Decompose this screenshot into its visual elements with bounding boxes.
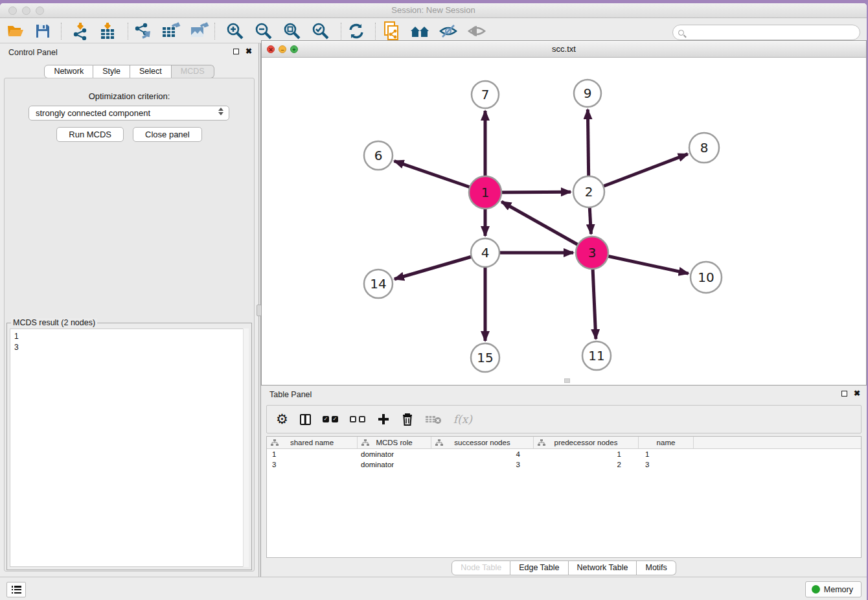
graph-node-label-14: 14 [370,276,386,292]
gear-icon[interactable]: ⚙ [276,411,288,428]
graph-node-label-15: 15 [477,350,493,365]
column-header-predecessor-nodes[interactable]: predecessor nodes [534,437,639,448]
select-all-icon[interactable]: ✓✓ [323,411,338,428]
import-network-icon[interactable] [69,21,92,41]
memory-label: Memory [824,585,853,594]
export-network-icon[interactable] [131,21,155,41]
result-line: 1 [14,331,244,342]
memory-button[interactable]: Memory [805,581,862,597]
table-row[interactable]: 1 dominator 4 1 1 [267,449,861,459]
table-tabs: Node Table Edge Table Network Table Moti… [261,560,867,575]
optimization-criterion-value: strongly connected component [36,108,150,118]
column-header-name[interactable]: name [639,437,694,448]
network-window: ✕ – + scc.txt 7968124314101511 [261,40,867,386]
tab-style[interactable]: Style [93,65,130,78]
graph-node-label-8: 8 [700,140,709,156]
first-neighbors-icon[interactable] [408,21,431,41]
mcds-result-text[interactable]: 1 3 [10,329,249,567]
show-all-icon[interactable] [465,21,488,41]
function-builder-icon: f(x) [453,411,472,428]
zoom-in-icon[interactable] [223,21,247,41]
add-icon[interactable] [377,411,390,428]
zoom-out-icon[interactable] [252,21,275,41]
control-panel-tabs: Network Style Select MCDS [0,65,258,78]
zoom-fit-icon[interactable] [280,21,304,41]
node-table[interactable]: shared name MCDS role successor nodes pr… [266,436,862,558]
graph-node-label-4: 4 [481,245,490,260]
table-panel-title: Table Panel [269,390,312,399]
network-window-title: scc.txt [262,44,866,54]
tab-mcds[interactable]: MCDS [172,65,214,78]
save-icon[interactable] [31,21,54,41]
close-table-panel-icon[interactable]: ✖ [854,390,860,397]
delete-table-icon [425,411,442,428]
hide-selected-icon[interactable] [437,21,460,41]
search-input[interactable] [684,28,860,37]
tab-node-table[interactable]: Node Table [451,560,510,575]
table-row[interactable]: 3 dominator 3 2 3 [267,459,861,470]
float-table-panel-icon[interactable] [841,391,847,397]
list-icon [12,586,21,594]
optimization-criterion-label: Optimization criterion: [0,91,258,101]
graph-node-label-7: 7 [481,87,490,102]
search-field[interactable] [672,25,860,40]
canvas-scroll-handle[interactable] [564,378,570,383]
control-panel: Control Panel ✖ Network Style Select MCD… [0,43,259,577]
tab-network[interactable]: Network [44,65,93,78]
export-table-icon[interactable] [159,21,183,41]
table-toolbar: ⚙ ✓✓ f(x) [266,405,862,433]
column-header-mcds-role[interactable]: MCDS role [358,437,431,448]
close-panel-icon[interactable]: ✖ [246,48,252,54]
column-header-successor-nodes[interactable]: successor nodes [431,437,534,448]
split-columns-icon[interactable] [300,411,311,428]
graph-node-label-2: 2 [585,184,593,200]
export-image-icon[interactable] [188,21,211,41]
table-panel: Table Panel ✖ ⚙ ✓✓ f(x) [261,386,867,577]
result-line: 3 [14,342,244,353]
window-title: Session: New Session [0,5,867,15]
optimization-criterion-select[interactable]: strongly connected component [29,106,229,121]
zoom-selected-icon[interactable] [309,21,332,41]
status-bar: Memory [0,577,867,600]
result-scrollbar[interactable] [243,329,249,567]
tab-select[interactable]: Select [130,65,172,78]
tree-icon [538,439,545,448]
mcds-result-title: MCDS result (2 nodes) [11,318,97,327]
close-panel-button[interactable]: Close panel [133,127,202,142]
task-history-button[interactable] [6,582,26,597]
network-canvas[interactable]: 7968124314101511 [262,58,866,385]
title-bar: Session: New Session [0,3,867,18]
tab-edge-table[interactable]: Edge Table [510,560,568,575]
run-mcds-button[interactable]: Run MCDS [56,127,124,142]
tree-icon [435,439,443,448]
deselect-all-icon[interactable] [350,411,365,428]
tree-icon [271,439,279,448]
app-window: Session: New Session [0,3,867,600]
refresh-icon[interactable] [345,21,368,41]
delete-icon[interactable] [402,411,413,428]
graph-node-label-3: 3 [588,245,597,260]
table-header-row: shared name MCDS role successor nodes pr… [267,437,861,449]
tab-network-table[interactable]: Network Table [569,560,637,575]
graph-node-label-11: 11 [588,348,604,363]
graph-node-label-6: 6 [374,148,383,163]
network-graph: 7968124314101511 [262,58,866,386]
mcds-result-fieldset: MCDS result (2 nodes) 1 3 [6,323,252,570]
duplicate-network-icon[interactable] [380,21,404,41]
graph-node-label-1: 1 [481,185,490,200]
open-folder-icon[interactable] [4,21,27,41]
graph-node-label-9: 9 [584,86,592,101]
tree-icon [361,439,369,448]
graph-node-label-10: 10 [698,270,714,285]
tab-motifs[interactable]: Motifs [637,560,676,575]
control-panel-title: Control Panel [8,48,58,57]
float-panel-icon[interactable] [233,49,239,54]
import-table-icon[interactable] [96,21,119,41]
search-icon [678,30,684,36]
chevron-updown-icon [218,108,223,115]
network-window-titlebar[interactable]: ✕ – + scc.txt [262,41,866,58]
memory-status-icon [812,585,820,594]
column-header-shared-name[interactable]: shared name [267,437,358,448]
